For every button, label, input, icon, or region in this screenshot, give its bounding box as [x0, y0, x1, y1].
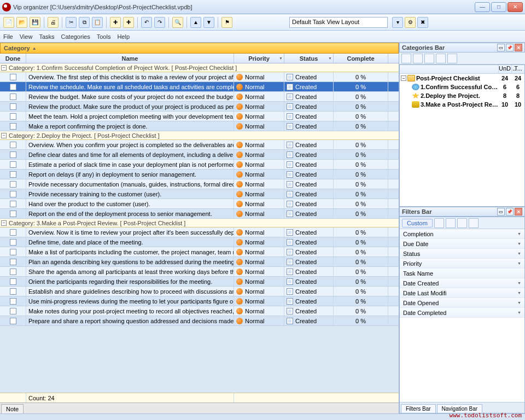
col-done[interactable]: Done [0, 54, 26, 63]
tree-item[interactable]: 3.Make a Post-Project Review.1010 [400, 100, 524, 109]
new-subtask-button[interactable]: ✚ [123, 17, 134, 28]
tree-item[interactable]: 1.Confirm Successful Completio66 [400, 83, 524, 91]
cat-btn-1[interactable] [401, 54, 411, 63]
task-row[interactable]: Define clear dates and time for all elem… [0, 150, 399, 160]
task-priority[interactable]: Normal [234, 316, 284, 325]
menu-tools[interactable]: Tools [97, 33, 111, 40]
task-priority[interactable]: Normal [234, 296, 284, 306]
tree-item[interactable]: 2.Deploy the Project.88 [400, 91, 524, 100]
tree-item[interactable]: −Post-Project Checklist2424 [400, 74, 524, 83]
chevron-down-icon[interactable]: ▼ [517, 301, 521, 305]
chevron-down-icon[interactable]: ▼ [517, 291, 521, 295]
task-row[interactable]: Plan an agenda describing key questions … [0, 257, 399, 267]
task-row[interactable]: Define time, date and place of the meeti… [0, 237, 399, 247]
task-status[interactable]: Created [284, 257, 334, 266]
chevron-down-icon[interactable]: ▼ [279, 56, 283, 60]
task-status[interactable]: Created [284, 170, 334, 179]
done-checkbox[interactable] [10, 113, 16, 120]
filt-btn-4[interactable] [469, 218, 479, 228]
task-row[interactable]: Use mini-progress reviews during the mee… [0, 296, 399, 306]
chevron-down-icon[interactable]: ▼ [517, 252, 521, 255]
group-bar[interactable]: Category ▲ [0, 43, 399, 54]
layout-opts-button[interactable]: ▾ [392, 17, 403, 28]
task-status[interactable]: Created [284, 82, 334, 91]
filter-row[interactable]: Date Last Modifi▼ [400, 288, 524, 298]
task-status[interactable]: Created [284, 199, 334, 208]
cat-btn-3[interactable] [424, 54, 434, 63]
col-name[interactable]: Name [26, 54, 234, 63]
task-priority[interactable]: Normal [234, 140, 284, 149]
task-priority[interactable]: Normal [234, 209, 284, 218]
filter-row[interactable]: Status▼ [400, 249, 524, 259]
paste-button[interactable]: 📋 [92, 17, 103, 28]
done-checkbox[interactable] [10, 239, 16, 246]
new-db-button[interactable]: 📄 [3, 17, 14, 28]
collapse-icon[interactable]: − [1, 65, 7, 71]
done-checkbox[interactable] [10, 103, 16, 110]
chevron-down-icon[interactable]: ▼ [517, 281, 521, 285]
task-status[interactable]: Created [284, 316, 334, 325]
panel-close-button[interactable]: ✕ [515, 208, 522, 215]
task-priority[interactable]: Normal [234, 189, 284, 199]
task-status[interactable]: Created [284, 306, 334, 316]
task-status[interactable]: Created [284, 92, 334, 101]
task-priority[interactable]: Normal [234, 277, 284, 286]
done-checkbox[interactable] [10, 151, 16, 158]
chevron-down-icon[interactable]: ▼ [517, 261, 521, 265]
filt-btn-2[interactable] [446, 218, 456, 228]
panel-restore-button[interactable]: ▭ [497, 44, 505, 51]
done-checkbox[interactable] [10, 191, 16, 197]
tab-note[interactable]: Note [1, 404, 24, 413]
find-button[interactable]: 🔍 [172, 17, 183, 28]
chevron-down-icon[interactable]: ▼ [517, 232, 521, 236]
done-checkbox[interactable] [10, 201, 16, 207]
filter-row[interactable]: Date Created▼ [400, 278, 524, 288]
redo-button[interactable]: ↷ [154, 17, 165, 28]
move-down-button[interactable]: ▼ [203, 17, 214, 28]
task-priority[interactable]: Normal [234, 287, 284, 296]
done-checkbox[interactable] [10, 298, 16, 305]
done-checkbox[interactable] [10, 318, 16, 324]
chevron-down-icon[interactable]: ▼ [328, 56, 332, 60]
task-priority[interactable]: Normal [234, 92, 284, 101]
task-status[interactable]: Created [284, 287, 334, 296]
task-status[interactable]: Created [284, 277, 334, 286]
task-status[interactable]: Created [284, 72, 334, 81]
task-priority[interactable]: Normal [234, 247, 284, 256]
col-complete[interactable]: Complete [334, 54, 388, 63]
done-checkbox[interactable] [10, 171, 16, 178]
task-row[interactable]: Provide necessary training to the custom… [0, 189, 399, 199]
task-row[interactable]: Share the agenda among all participants … [0, 267, 399, 277]
task-priority[interactable]: Normal [234, 72, 284, 81]
menu-help[interactable]: Help [117, 33, 130, 40]
filter-row[interactable]: Due Date▼ [400, 239, 524, 249]
task-status[interactable]: Created [284, 296, 334, 306]
done-checkbox[interactable] [10, 74, 16, 80]
task-row[interactable]: Review the schedule. Make sure all sched… [0, 82, 399, 92]
menu-file[interactable]: File [3, 33, 13, 40]
done-checkbox[interactable] [10, 308, 16, 314]
copy-button[interactable]: ⧉ [79, 17, 90, 28]
panel-close-button[interactable]: ✕ [515, 44, 522, 51]
task-row[interactable]: Overview. The first step of this checkli… [0, 72, 399, 82]
flag-button[interactable]: ⚑ [221, 17, 232, 28]
task-status[interactable]: Created [284, 189, 334, 199]
menu-tasks[interactable]: Tasks [39, 33, 54, 40]
done-checkbox[interactable] [10, 288, 16, 295]
task-priority[interactable]: Normal [234, 228, 284, 237]
done-checkbox[interactable] [10, 181, 16, 188]
task-row[interactable]: Meet the team. Hold a project completion… [0, 112, 399, 121]
close-button[interactable]: ✕ [508, 2, 523, 12]
col-status[interactable]: Status▼ [284, 54, 334, 63]
layout-selector[interactable]: Default Task View Layout [289, 17, 388, 28]
task-row[interactable]: Orient the participants regarding their … [0, 277, 399, 287]
move-up-button[interactable]: ▲ [190, 17, 201, 28]
task-status[interactable]: Created [284, 237, 334, 247]
task-row[interactable]: Estimate a period of slack time in case … [0, 160, 399, 170]
task-priority[interactable]: Normal [234, 237, 284, 247]
task-priority[interactable]: Normal [234, 150, 284, 159]
delete-button[interactable]: ✖ [417, 17, 428, 28]
task-status[interactable]: Created [284, 102, 334, 111]
task-priority[interactable]: Normal [234, 160, 284, 169]
minimize-button[interactable]: — [475, 2, 490, 12]
